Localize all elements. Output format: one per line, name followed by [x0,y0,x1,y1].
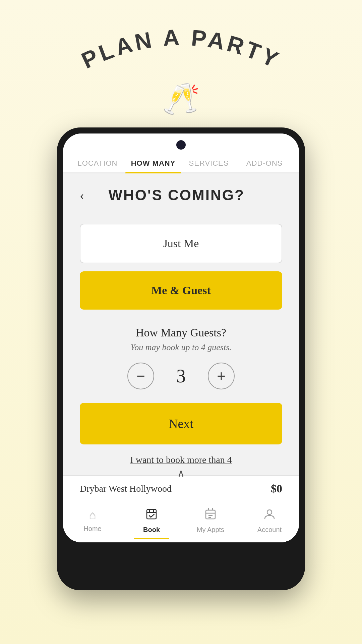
back-button[interactable]: ‹ [80,189,84,202]
decrement-button[interactable]: − [127,363,154,389]
account-icon [263,508,276,523]
more-than-4-link[interactable]: I want to book more than 4 [130,454,232,465]
guest-section: How Many Guests? You may book up to 4 gu… [63,316,299,396]
page-header: ‹ WHO'S COMING? [63,173,299,214]
next-btn-wrapper: Next [63,396,299,448]
just-me-button[interactable]: Just Me [80,224,282,263]
tab-services[interactable]: SERVICES [181,153,237,172]
nav-label-home: Home [83,525,101,533]
svg-rect-1 [147,509,156,519]
how-many-guests-title: How Many Guests? [136,326,226,339]
tab-location[interactable]: LOCATION [70,153,125,172]
book-icon [145,508,158,523]
tab-add-ons[interactable]: ADD-ONS [237,153,292,172]
svg-point-11 [267,510,272,515]
nav-label-book: Book [143,526,160,534]
nav-item-home[interactable]: ⌂ Home [63,508,122,539]
location-name: Drybar West Hollywood [80,483,172,494]
next-button[interactable]: Next [80,403,282,444]
nav-label-my-appts: My Appts [197,526,224,534]
nav-item-account[interactable]: Account [240,508,299,539]
phone-screen: LOCATION HOW MANY SERVICES ADD-ONS ‹ WHO… [63,133,299,542]
camera-notch [63,133,299,153]
nav-bar: ⌂ Home Book [63,502,299,542]
me-and-guest-button[interactable]: Me & Guest [80,271,282,310]
counter-row: − 3 + [127,363,235,389]
bottom-summary-bar: ∧ Drybar West Hollywood $0 [63,475,299,502]
svg-text:PLAN A PARTY: PLAN A PARTY [77,27,285,73]
tab-how-many[interactable]: HOW MANY [125,153,181,172]
screen-content: ‹ WHO'S COMING? Just Me Me & Guest How M… [63,173,299,542]
my-appts-icon [204,508,217,523]
plan-a-party-title: PLAN A PARTY [77,27,285,73]
bottom-summary-wrapper: ∧ Drybar West Hollywood $0 [63,475,299,502]
increment-button[interactable]: + [208,363,235,389]
nav-active-underline [134,538,169,539]
champagne-glasses-icon: 🥂 [162,84,200,114]
nav-label-account: Account [257,526,282,534]
nav-item-my-appts[interactable]: My Appts [181,508,240,539]
tabs-bar: LOCATION HOW MANY SERVICES ADD-ONS [63,153,299,173]
nav-item-book[interactable]: Book [122,508,181,539]
home-icon: ⌂ [89,508,96,522]
guest-limit-subtitle: You may book up to 4 guests. [130,342,232,353]
guest-count-value: 3 [171,365,191,387]
top-decorative-area: PLAN A PARTY 🥂 [0,0,362,127]
page-title: WHO'S COMING? [84,187,282,204]
arc-title-wrapper: PLAN A PARTY [0,27,362,80]
expand-arrow-icon[interactable]: ∧ [177,467,185,479]
price-display: $0 [271,482,282,495]
camera-dot [176,140,186,150]
options-section: Just Me Me & Guest [63,214,299,316]
phone-frame: LOCATION HOW MANY SERVICES ADD-ONS ‹ WHO… [57,127,305,590]
